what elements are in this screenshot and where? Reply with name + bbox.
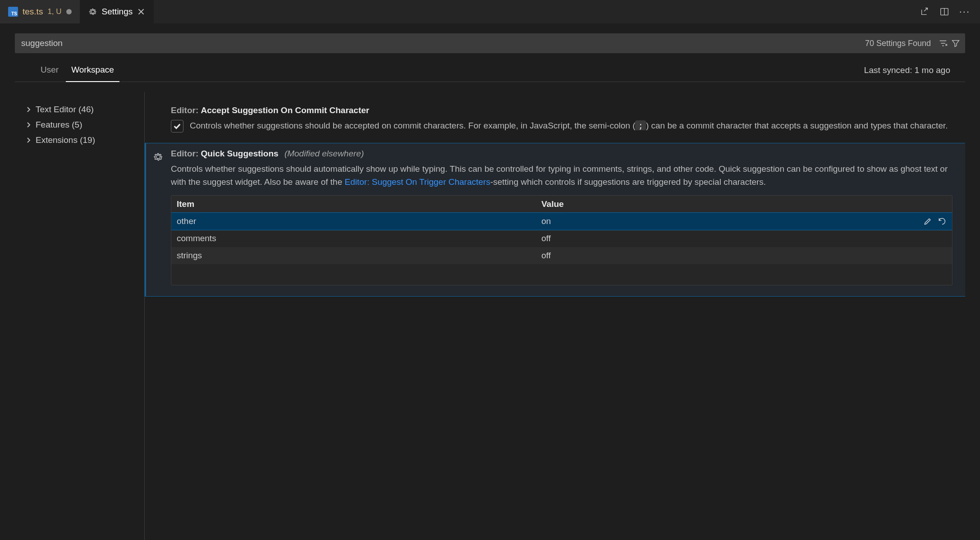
gear-icon [88,7,97,16]
editor-tab-settings[interactable]: Settings [80,0,154,23]
settings-search-input[interactable] [21,38,865,48]
tab-settings-label: Settings [102,7,133,17]
tree-item-extensions[interactable]: Extensions (19) [25,133,144,148]
split-editor-icon[interactable] [939,7,949,17]
setting-name: Accept Suggestion On Commit Character [201,105,370,115]
setting-description: Controls whether suggestions should auto… [171,162,953,189]
chevron-right-icon [25,137,32,144]
row-item: other [177,216,541,226]
close-icon[interactable] [137,8,145,16]
tree-item-features[interactable]: Features (5) [25,117,144,133]
row-item: strings [177,251,541,261]
filter-icon[interactable] [951,38,961,48]
open-changes-icon[interactable] [920,7,930,17]
col-item: Item [177,199,541,209]
edit-icon[interactable] [923,217,932,226]
settings-search-box: 70 Settings Found [15,33,965,53]
row-value: off [541,233,906,243]
chevron-right-icon [25,121,32,128]
settings-result-count: 70 Settings Found [865,39,931,48]
tree-item-label: Text Editor (46) [36,105,94,114]
gear-icon[interactable] [153,151,164,162]
table-spacer [171,264,952,285]
setting-scope: Editor: [171,105,198,115]
editor-tab-file[interactable]: TS tes.ts 1, U [0,0,80,23]
setting-quick-suggestions[interactable]: Editor: Quick Suggestions (Modified else… [145,143,965,296]
reset-icon[interactable] [938,217,947,226]
table-header: Item Value [171,196,952,213]
setting-accept-suggestion-on-commit-character: Editor: Accept Suggestion On Commit Char… [145,100,965,143]
scope-tab-user[interactable]: User [35,61,64,82]
scope-tab-workspace[interactable]: Workspace [66,61,119,82]
check-icon [173,122,182,131]
setting-desc-part: -setting which controls if suggestions a… [490,177,766,187]
row-item: comments [177,233,541,243]
table-row[interactable]: strings off [171,247,952,264]
tree-item-label: Extensions (19) [36,135,95,145]
unsaved-dot-icon [66,9,72,14]
setting-description: Controls whether suggestions should be a… [190,119,948,132]
typescript-icon: TS [8,7,18,17]
col-value: Value [541,199,906,209]
setting-checkbox[interactable] [171,120,183,133]
tree-item-label: Features (5) [36,120,82,130]
settings-content: Editor: Accept Suggestion On Commit Char… [145,92,965,540]
setting-scope: Editor: [171,149,198,158]
setting-link-suggest-on-trigger[interactable]: Editor: Suggest On Trigger Characters [345,177,490,187]
chevron-right-icon [25,106,32,113]
setting-desc-part: Controls whether suggestions should be a… [190,121,635,130]
table-row[interactable]: comments off [171,230,952,247]
settings-sync-status: Last synced: 1 mo ago [864,65,950,82]
tab-file-status: 1, U [47,7,61,16]
settings-scope-row: User Workspace Last synced: 1 mo ago [15,53,965,82]
table-row[interactable]: other on [171,213,952,230]
tree-item-text-editor[interactable]: Text Editor (46) [25,102,144,117]
clear-filter-icon[interactable] [938,38,948,48]
settings-search-row: 70 Settings Found [0,23,980,53]
setting-desc-code: ; [635,120,646,130]
editor-tab-bar: TS tes.ts 1, U Settings ··· [0,0,980,23]
setting-name: Quick Suggestions [201,149,279,158]
row-value: off [541,251,906,261]
tab-filename: tes.ts [23,7,43,17]
more-actions-icon[interactable]: ··· [959,6,970,18]
settings-tree: Text Editor (46) Features (5) Extensions… [15,92,145,540]
setting-desc-part: ) can be a commit character that accepts… [646,121,948,130]
setting-modified-note: (Modified elsewhere) [284,149,364,158]
row-value: on [541,216,906,226]
quick-suggestions-table: Item Value other on comments off [171,195,953,285]
